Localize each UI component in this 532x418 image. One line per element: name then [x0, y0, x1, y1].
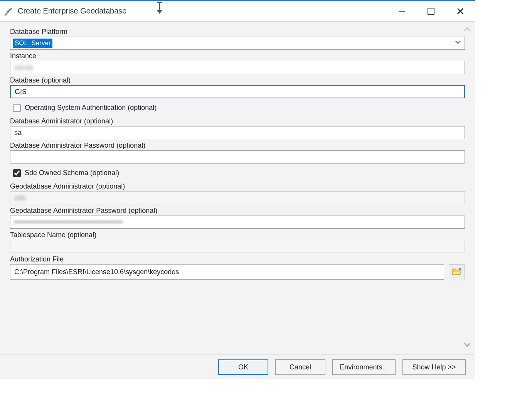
show-help-button[interactable]: Show Help >> [402, 359, 466, 375]
instance-label: Instance [10, 52, 465, 60]
field-gdb-admin: Geodatabase Administrator (optional) sde [10, 182, 465, 204]
close-button[interactable] [453, 3, 468, 19]
field-db-admin: Database Administrator (optional) [10, 117, 465, 139]
maximize-button[interactable] [423, 3, 439, 19]
drop-cursor-icon [155, 2, 164, 17]
button-bar: OK Cancel Environments... Show Help >> [0, 355, 475, 379]
hammer-icon [2, 5, 14, 17]
svg-rect-4 [428, 8, 434, 14]
database-platform-label: Database Platform [10, 28, 465, 36]
field-instance: Instance server [10, 52, 465, 74]
field-sde-owned: Sde Owned Schema (optional) [13, 169, 465, 177]
field-gdb-admin-password: Geodatabase Administrator Password (opti… [10, 207, 465, 229]
field-db-admin-password: Database Administrator Password (optiona… [10, 142, 465, 163]
database-platform-input[interactable] [10, 37, 465, 50]
minimize-button[interactable] [394, 3, 409, 19]
gdb-admin-value-blurred: sde [14, 194, 25, 202]
sde-owned-label[interactable]: Sde Owned Schema (optional) [25, 169, 119, 177]
field-database: Database (optional) [10, 76, 465, 98]
scroll-down-icon[interactable] [463, 341, 471, 351]
environments-button[interactable]: Environments... [332, 359, 396, 375]
os-auth-label[interactable]: Operating System Authentication (optiona… [25, 104, 157, 112]
tablespace-input [10, 240, 465, 253]
browse-button[interactable] [449, 264, 465, 280]
gdb-admin-password-label: Geodatabase Administrator Password (opti… [10, 207, 465, 215]
gdb-admin-password-dots: •••••••••••••••••••••••••••••••••• [14, 218, 123, 226]
cancel-button[interactable]: Cancel [275, 359, 325, 375]
database-input[interactable] [10, 85, 465, 98]
db-admin-password-label: Database Administrator Password (optiona… [10, 142, 465, 150]
tablespace-label: Tablespace Name (optional) [10, 231, 465, 239]
database-label: Database (optional) [10, 76, 465, 84]
folder-open-icon [452, 267, 462, 278]
svg-marker-2 [157, 10, 162, 14]
gdb-admin-label: Geodatabase Administrator (optional) [10, 182, 465, 190]
window-title: Create Enterprise Geodatabase [18, 7, 126, 15]
db-admin-input[interactable] [10, 126, 465, 139]
database-platform-select[interactable]: SQL_Server [10, 37, 465, 50]
field-auth-file: Authorization File [10, 255, 465, 280]
db-admin-password-input[interactable] [10, 150, 465, 163]
instance-value-blurred: server [14, 64, 34, 72]
window-controls [394, 3, 473, 19]
field-os-auth: Operating System Authentication (optiona… [13, 104, 465, 112]
scroll-up-icon[interactable] [463, 25, 471, 35]
auth-file-label: Authorization File [10, 255, 465, 263]
gdb-admin-password-input[interactable]: •••••••••••••••••••••••••••••••••• [10, 216, 465, 229]
instance-input[interactable]: server [10, 61, 465, 74]
gdb-admin-input: sde [10, 191, 465, 204]
os-auth-checkbox[interactable] [13, 104, 21, 112]
sde-owned-checkbox[interactable] [13, 169, 21, 177]
ok-button[interactable]: OK [218, 359, 268, 375]
field-database-platform: Database Platform SQL_Server [10, 28, 465, 50]
field-tablespace: Tablespace Name (optional) [10, 231, 465, 253]
titlebar: Create Enterprise Geodatabase [0, 0, 475, 22]
form-panel: Database Platform SQL_Server Instance se… [0, 22, 475, 355]
db-admin-label: Database Administrator (optional) [10, 117, 465, 125]
auth-file-input[interactable] [10, 264, 444, 280]
